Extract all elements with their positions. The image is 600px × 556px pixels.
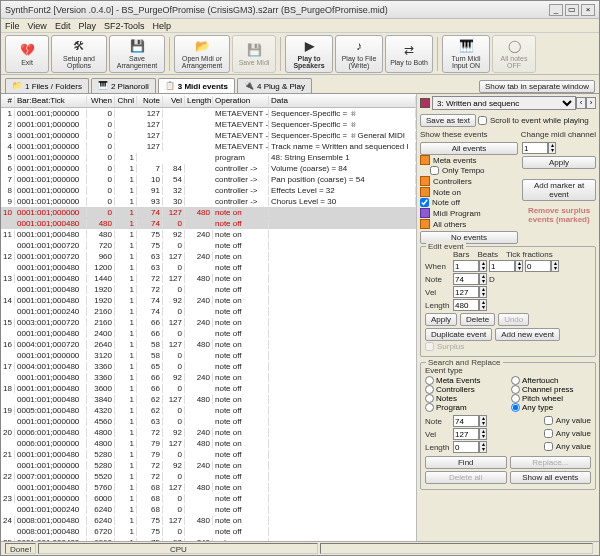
table-row[interactable]: 0001:001;000000528017292240note on bbox=[1, 460, 416, 471]
sr-prog-radio[interactable]: Program bbox=[425, 403, 505, 412]
edit-apply-button[interactable]: Apply bbox=[425, 313, 457, 326]
table-row[interactable]: 60001:001;00000001784controller ->Volume… bbox=[1, 163, 416, 174]
show-tab-window-button[interactable]: Show tab in separate window bbox=[479, 80, 595, 93]
table-row[interactable]: 240008:001;0004806240175127480note on bbox=[1, 515, 416, 526]
note-off-check[interactable]: Note off bbox=[420, 198, 518, 207]
sr-any-radio[interactable]: Any type bbox=[511, 403, 591, 412]
table-row[interactable]: 140001:001;000480192017492240note on bbox=[1, 295, 416, 306]
controllers-check[interactable]: Controllers bbox=[420, 176, 518, 186]
add-event-button[interactable]: Add new event bbox=[495, 328, 560, 341]
table-row[interactable]: 30001:001;0000000127METAEVENT ->Sequence… bbox=[1, 130, 416, 141]
table-row[interactable]: 230001:001;00000060001680note off bbox=[1, 493, 416, 504]
table-row[interactable]: 0001:001;0004804801740note off bbox=[1, 218, 416, 229]
table-row[interactable]: 220007:001;00000055201720note off bbox=[1, 471, 416, 482]
table-row[interactable]: 50001:001;00000001program48: String Ense… bbox=[1, 152, 416, 163]
table-row[interactable]: 0008:001;00048067201750note off bbox=[1, 526, 416, 537]
edit-vel-input[interactable] bbox=[453, 286, 479, 298]
table-row[interactable]: 100001:001;0000000174127480note on bbox=[1, 207, 416, 218]
play-speakers-button[interactable]: ▶Play to Speakers bbox=[285, 35, 333, 73]
track-next[interactable]: › bbox=[586, 97, 596, 109]
edit-undo-button[interactable]: Undo bbox=[498, 313, 529, 326]
exit-button[interactable]: 💔Exit bbox=[5, 35, 49, 73]
meta-events-check[interactable]: Meta events bbox=[420, 155, 518, 165]
remove-surplus-link[interactable]: Remove surplus events (marked) bbox=[522, 206, 596, 224]
table-row[interactable]: 120001:001;000720960163127240note on bbox=[1, 251, 416, 262]
midi-program-check[interactable]: Midi Program bbox=[420, 208, 518, 218]
close-button[interactable]: × bbox=[581, 4, 595, 16]
col-op[interactable]: Operation bbox=[213, 96, 269, 105]
midi-channel-input[interactable] bbox=[522, 142, 548, 154]
table-row[interactable]: 190005:001;00048043201620note off bbox=[1, 405, 416, 416]
table-row[interactable]: 0001:001;00024062401680note off bbox=[1, 504, 416, 515]
table-row[interactable]: 150003:001;0007202160166127240note on bbox=[1, 317, 416, 328]
tab-midi-events[interactable]: 📋3 Midi events bbox=[158, 78, 235, 93]
delete-all-button[interactable]: Delete all bbox=[425, 471, 507, 484]
track-select[interactable]: 3: Written and sequenc bbox=[432, 96, 576, 110]
open-midi-button[interactable]: 📂Open Midi or Arrangement bbox=[174, 35, 230, 73]
note-on-check[interactable]: Note on bbox=[420, 187, 518, 197]
table-row[interactable]: 80001:001;000000019132controller ->Effec… bbox=[1, 185, 416, 196]
table-row[interactable]: 0001:001;00048012001630note off bbox=[1, 262, 416, 273]
table-row[interactable]: 200006:001;000480480017292240note on bbox=[1, 427, 416, 438]
sr-after-radio[interactable]: Aftertouch bbox=[511, 376, 591, 385]
sr-note-input[interactable] bbox=[453, 415, 479, 427]
surplus-check[interactable]: Surplus bbox=[425, 342, 591, 351]
col-num[interactable]: # bbox=[1, 96, 15, 105]
table-row[interactable]: 0001:001;000480336016692240note on bbox=[1, 372, 416, 383]
edit-len-input[interactable] bbox=[453, 299, 479, 311]
table-row[interactable]: 180001:001;00048036001660note off bbox=[1, 383, 416, 394]
table-row[interactable]: 10001:001;0000000127METAEVENT ->Sequence… bbox=[1, 108, 416, 119]
menu-play[interactable]: Play bbox=[78, 21, 96, 31]
menu-file[interactable]: File bbox=[5, 21, 20, 31]
table-row[interactable]: 0001:001;0007207201750note off bbox=[1, 240, 416, 251]
play-file-button[interactable]: ♪Play to File (Write) bbox=[335, 35, 383, 73]
table-row[interactable]: 40001:001;0000000127METAEVENT ->Track na… bbox=[1, 141, 416, 152]
tab-pianoroll[interactable]: 🎹2 Pianoroll bbox=[91, 78, 156, 93]
all-notes-off-button[interactable]: ◯All notes OFF bbox=[492, 35, 536, 73]
table-row[interactable]: 0001:001;00048024001660note off bbox=[1, 328, 416, 339]
table-row[interactable]: 0001:001;0004805760168127480note on bbox=[1, 482, 416, 493]
col-len[interactable]: Length bbox=[185, 96, 213, 105]
table-row[interactable]: 0006:001;0000004800179127480note on bbox=[1, 438, 416, 449]
menu-sf2tools[interactable]: SF2-Tools bbox=[104, 21, 145, 31]
table-row[interactable]: 90001:001;000000019330controller ->Choru… bbox=[1, 196, 416, 207]
table-row[interactable]: 0001:001;00048019201720note off bbox=[1, 284, 416, 295]
apply-channel-button[interactable]: Apply bbox=[522, 156, 596, 169]
table-row[interactable]: 130001:001;0004801440172127480note on bbox=[1, 273, 416, 284]
table-row[interactable]: 0001:001;00024021601740note off bbox=[1, 306, 416, 317]
table-row[interactable]: 0001:001;00000045601630note off bbox=[1, 416, 416, 427]
midi-input-button[interactable]: 🎹Turn Midi Input ON bbox=[442, 35, 490, 73]
tab-files[interactable]: 📁1 Files / Folders bbox=[5, 78, 89, 93]
table-row[interactable]: 20001:001;0000000127METAEVENT ->Sequence… bbox=[1, 119, 416, 130]
col-bbt[interactable]: Bar:Beat:Tick bbox=[15, 96, 87, 105]
table-row[interactable]: 170004:001;00048033601650note off bbox=[1, 361, 416, 372]
find-button[interactable]: Find bbox=[425, 456, 507, 469]
sr-notes-radio[interactable]: Notes bbox=[425, 394, 505, 403]
play-both-button[interactable]: ⇄Play to Both bbox=[385, 35, 433, 73]
menu-view[interactable]: View bbox=[28, 21, 47, 31]
save-arrangement-button[interactable]: 💾Save Arrangement bbox=[109, 35, 165, 73]
table-row[interactable]: 210001:001;00048052801790note off bbox=[1, 449, 416, 460]
col-note[interactable]: Note bbox=[137, 96, 163, 105]
table-row[interactable]: 0001:001;00000031201580note off bbox=[1, 350, 416, 361]
tab-plug-play[interactable]: 🔌4 Plug & Play bbox=[237, 78, 312, 93]
duplicate-event-button[interactable]: Duplicate event bbox=[425, 328, 492, 341]
save-midi-button[interactable]: 💾Save Midi bbox=[232, 35, 276, 73]
minimize-button[interactable]: _ bbox=[549, 4, 563, 16]
sr-meta-radio[interactable]: Meta Events bbox=[425, 376, 505, 385]
sr-len-any-check[interactable]: Any value bbox=[544, 442, 591, 451]
edit-note-input[interactable] bbox=[453, 273, 479, 285]
grid-body[interactable]: 10001:001;0000000127METAEVENT ->Sequence… bbox=[1, 108, 416, 541]
sr-note-any-check[interactable]: Any value bbox=[544, 416, 591, 425]
sr-chpress-radio[interactable]: Channel press bbox=[511, 385, 591, 394]
menu-edit[interactable]: Edit bbox=[55, 21, 71, 31]
save-as-text-button[interactable]: Save as text bbox=[420, 114, 476, 127]
track-prev[interactable]: ‹ bbox=[576, 97, 586, 109]
col-vel[interactable]: Vel bbox=[163, 96, 185, 105]
table-row[interactable]: 0001:001;0004803840162127480note on bbox=[1, 394, 416, 405]
menu-help[interactable]: Help bbox=[152, 21, 171, 31]
col-chn[interactable]: Chnl bbox=[115, 96, 137, 105]
table-row[interactable]: 70001:001;000000011054controller ->Pan p… bbox=[1, 174, 416, 185]
all-others-check[interactable]: All others bbox=[420, 219, 518, 229]
add-marker-button[interactable]: Add marker at event bbox=[522, 179, 596, 201]
